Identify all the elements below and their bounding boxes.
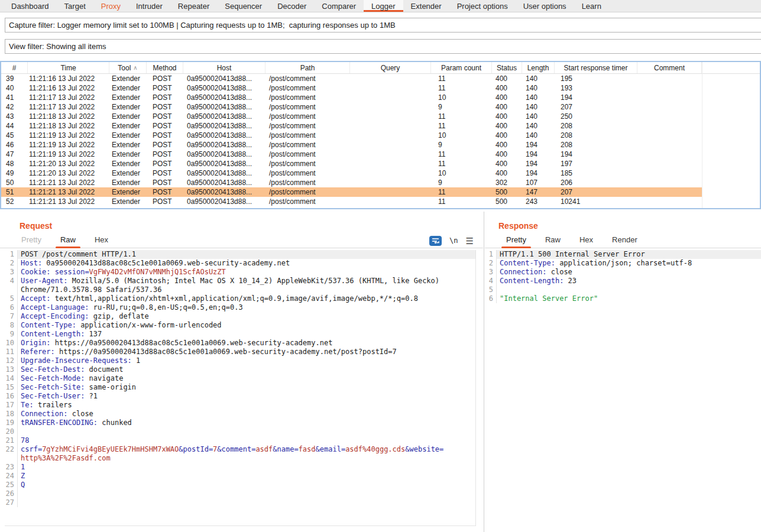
request-tab-hex[interactable]: Hex xyxy=(89,235,114,248)
nav-tab-sequencer[interactable]: Sequencer xyxy=(217,0,270,12)
cell-tool: Extender xyxy=(109,121,147,131)
log-row-41[interactable]: 4111:21:17 13 Jul 2022ExtenderPOST0a9500… xyxy=(1,93,760,102)
cell-time: 11:21:20 13 Jul 2022 xyxy=(28,159,109,168)
cell-tool: Extender xyxy=(109,93,147,102)
cell-time: 11:21:21 13 Jul 2022 xyxy=(28,187,109,197)
nav-tab-target[interactable]: Target xyxy=(57,0,93,12)
log-row-40[interactable]: 4011:21:16 13 Jul 2022ExtenderPOST0a9500… xyxy=(1,83,760,93)
nav-tab-repeater[interactable]: Repeater xyxy=(170,0,217,12)
column-header-tool[interactable]: Tool∧ xyxy=(109,62,147,73)
capture-filter-bar[interactable]: Capture filter: Logger memory limit set … xyxy=(5,18,761,33)
cell-path: /post/comment xyxy=(265,187,350,197)
nav-tab-project-options[interactable]: Project options xyxy=(449,0,516,12)
cell-time: 11:21:17 13 Jul 2022 xyxy=(28,93,109,102)
cell-time: 11:21:19 13 Jul 2022 xyxy=(28,150,109,159)
cell-host: 0a9500020413d88... xyxy=(183,206,265,209)
column-header-query[interactable]: Query xyxy=(350,62,431,73)
cell-host: 0a9500020413d88... xyxy=(183,159,265,168)
cell-query xyxy=(350,197,431,206)
log-row-50[interactable]: 5011:21:21 13 Jul 2022ExtenderPOST0a9500… xyxy=(1,178,760,187)
log-row-43[interactable]: 4311:21:18 13 Jul 2022ExtenderPOST0a9500… xyxy=(1,112,760,121)
log-row-49[interactable]: 4911:21:20 13 Jul 2022ExtenderPOST0a9500… xyxy=(1,168,760,178)
wrap-lines-button[interactable] xyxy=(429,236,442,246)
view-filter-bar[interactable]: View filter: Showing all items xyxy=(5,39,761,54)
request-line-12: 12Upgrade-Insecure-Requests: 1 xyxy=(5,356,475,365)
nav-tab-learn[interactable]: Learn xyxy=(574,0,609,12)
nav-tab-comparer[interactable]: Comparer xyxy=(314,0,364,12)
request-editor[interactable]: 1POST /post/comment HTTP/1.12Host: 0a950… xyxy=(5,250,476,526)
column-header-path[interactable]: Path xyxy=(265,62,350,73)
column-header-time[interactable]: Time xyxy=(28,62,109,73)
log-row-51[interactable]: 5111:21:21 13 Jul 2022ExtenderPOST0a9500… xyxy=(1,187,760,197)
response-editor[interactable]: 1HTTP/1.1 500 Internal Server Error2Cont… xyxy=(487,250,761,526)
line-content: HTTP/1.1 500 Internal Server Error xyxy=(497,250,761,259)
cell-comment xyxy=(637,93,702,102)
response-tab-hex[interactable]: Hex xyxy=(574,235,599,248)
nav-tab-proxy[interactable]: Proxy xyxy=(93,0,128,12)
line-number: 22 xyxy=(5,445,18,454)
cell-method: POST xyxy=(147,102,183,112)
request-line-8: 8Content-Type: application/x-www-form-ur… xyxy=(5,321,475,330)
request-tab-pretty[interactable]: Pretty xyxy=(15,235,47,248)
log-row-39[interactable]: 3911:21:16 13 Jul 2022ExtenderPOST0a9500… xyxy=(1,74,760,83)
column-header-length[interactable]: Length xyxy=(522,62,555,73)
cell-comment xyxy=(637,121,702,131)
line-content: 78 xyxy=(18,436,475,445)
request-line-9: 9Content-Length: 137 xyxy=(5,330,475,339)
cell-method: POST xyxy=(147,197,183,206)
column-header-method[interactable]: Method xyxy=(147,62,183,73)
log-row-42[interactable]: 4211:21:17 13 Jul 2022ExtenderPOST0a9500… xyxy=(1,102,760,112)
response-tab-pretty[interactable]: Pretty xyxy=(500,235,532,248)
cell-start-response-timer: 10241 xyxy=(555,197,637,206)
column-header-start-response-timer[interactable]: Start response timer xyxy=(555,62,637,73)
nav-tab-user-options[interactable]: User options xyxy=(516,0,574,12)
log-row-45[interactable]: 4511:21:19 13 Jul 2022ExtenderPOST0a9500… xyxy=(1,131,760,140)
line-number: 5 xyxy=(487,286,497,294)
response-tab-render[interactable]: Render xyxy=(606,235,643,248)
newline-toggle-icon[interactable]: \n xyxy=(449,236,458,245)
log-row-47[interactable]: 4711:21:19 13 Jul 2022ExtenderPOST0a9500… xyxy=(1,150,760,159)
cell-length: 194 xyxy=(522,140,555,150)
log-row-46[interactable]: 4611:21:19 13 Jul 2022ExtenderPOST0a9500… xyxy=(1,140,760,150)
log-row-53[interactable]: 5311:21:22 13 Jul 2022ExtenderPOST0a9500… xyxy=(1,206,760,209)
request-tab-raw[interactable]: Raw xyxy=(54,235,82,248)
nav-tab-dashboard[interactable]: Dashboard xyxy=(4,0,57,12)
nav-tab-extender[interactable]: Extender xyxy=(403,0,449,12)
cell-status: 400 xyxy=(492,102,522,112)
cell-param-count: 11 xyxy=(431,150,492,159)
cell-query xyxy=(350,74,431,83)
line-number: 4 xyxy=(5,277,18,286)
log-row-48[interactable]: 4811:21:20 13 Jul 2022ExtenderPOST0a9500… xyxy=(1,159,760,168)
line-number: 7 xyxy=(5,312,18,321)
panel-splitter[interactable] xyxy=(484,212,484,532)
nav-tab-decoder[interactable]: Decoder xyxy=(270,0,314,12)
line-number: 5 xyxy=(5,294,18,303)
cell-param-count: 10 xyxy=(431,131,492,140)
line-number: 6 xyxy=(5,303,18,312)
cell-length: 107 xyxy=(522,178,555,187)
cell-start-response-timer: 208 xyxy=(555,131,637,140)
column-header-comment[interactable]: Comment xyxy=(637,62,702,73)
log-row-44[interactable]: 4411:21:18 13 Jul 2022ExtenderPOST0a9500… xyxy=(1,121,760,131)
response-tab-raw[interactable]: Raw xyxy=(539,235,566,248)
cell-: 43 xyxy=(1,112,28,121)
nav-tab-intruder[interactable]: Intruder xyxy=(128,0,170,12)
line-content: Accept: text/html,application/xhtml+xml,… xyxy=(18,294,475,303)
cell-param-count: 11 xyxy=(431,187,492,197)
column-header-[interactable]: # xyxy=(1,62,28,73)
line-number: 13 xyxy=(5,365,18,374)
column-header-status[interactable]: Status xyxy=(492,62,522,73)
editor-menu-icon[interactable]: ☰ xyxy=(466,236,474,245)
cell-query xyxy=(350,121,431,131)
nav-tab-logger[interactable]: Logger xyxy=(364,0,403,12)
cell-start-response-timer: 194 xyxy=(555,93,637,102)
line-number: 14 xyxy=(5,374,18,383)
line-content: Origin: https://0a9500020413d88ac08c5c1e… xyxy=(18,339,475,348)
cell-tool: Extender xyxy=(109,131,147,140)
log-row-52[interactable]: 5211:21:21 13 Jul 2022ExtenderPOST0a9500… xyxy=(1,197,760,206)
cell-host: 0a9500020413d88... xyxy=(183,112,265,121)
cell-method: POST xyxy=(147,121,183,131)
column-header-param-count[interactable]: Param count xyxy=(431,62,492,73)
column-header-host[interactable]: Host xyxy=(183,62,265,73)
cell-length: 147 xyxy=(522,187,555,197)
